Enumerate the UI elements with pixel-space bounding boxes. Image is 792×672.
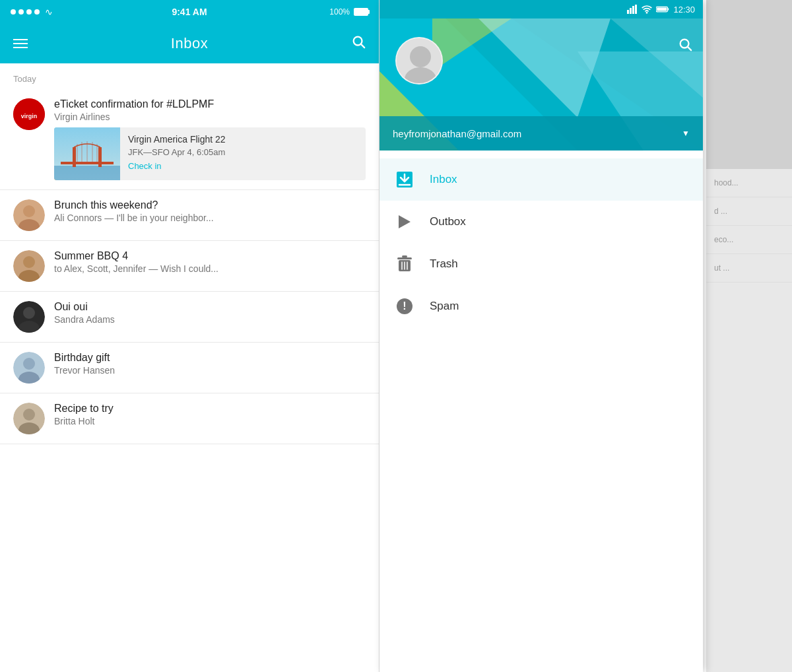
email-item-birthday[interactable]: Birthday gift Trevor Hansen [0, 343, 379, 393]
nav-label-spam: Spam [430, 300, 459, 313]
drawer-avatar [395, 37, 443, 84]
dot-2 [18, 9, 24, 15]
svg-line-1 [361, 44, 364, 48]
trash-icon [395, 255, 414, 273]
android-status-bar: 12:30 [380, 0, 703, 18]
svg-rect-30 [630, 8, 632, 14]
hamburger-line-2 [13, 43, 28, 44]
svg-text:!: ! [403, 300, 406, 312]
email-item-ali[interactable]: Brunch this weekend? Ali Connors — I'll … [0, 190, 379, 241]
battery-icon [354, 8, 368, 16]
email-item-virgin[interactable]: virgin eTicket confirmation for #LDLPMF … [0, 89, 379, 190]
flight-card[interactable]: Virgin America Flight 22 JFK—SFO Apr 4, … [54, 127, 366, 180]
email-sender-recipe: Britta Holt [54, 416, 366, 426]
svg-rect-5 [54, 166, 120, 180]
flight-details: Virgin America Flight 22 JFK—SFO Apr 4, … [120, 127, 366, 180]
svg-rect-36 [657, 8, 667, 11]
email-content-virgin: eTicket confirmation for #LDLPMF Virgin … [54, 98, 366, 180]
drawer-email-address: heyfromjonathan@gmail.com [393, 128, 521, 139]
email-subject-oui: Oui oui [54, 301, 366, 313]
android-panel: hood... d ... eco... ut ... [380, 0, 792, 672]
avatar-ali [13, 199, 45, 231]
avatar-bbq [13, 250, 45, 282]
wifi-icon: ∿ [45, 7, 53, 17]
trash-icon-svg [397, 255, 412, 273]
email-sender-ali: Ali Connors — I'll be in your neighbor..… [54, 213, 366, 223]
signal-icon [627, 5, 638, 14]
email-sender-virgin: Virgin Airlines [54, 112, 366, 122]
email-item-recipe[interactable]: Recipe to try Britta Holt [0, 393, 379, 444]
inbox-title: Inbox [171, 35, 208, 52]
svg-point-33 [646, 12, 648, 14]
email-list: virgin eTicket confirmation for #LDLPMF … [0, 89, 379, 672]
svg-point-15 [23, 205, 35, 217]
email-subject-birthday: Birthday gift [54, 352, 366, 364]
android-right-status: 12:30 [627, 5, 695, 15]
hamburger-line-1 [13, 39, 28, 40]
email-item-bbq[interactable]: Summer BBQ 4 to Alex, Scott, Jennifer — … [0, 241, 379, 292]
svg-point-46 [410, 46, 431, 67]
svg-rect-29 [627, 10, 629, 14]
search-icon[interactable] [351, 34, 366, 53]
nav-label-trash: Trash [430, 257, 458, 271]
peek-item-1: hood... [706, 169, 792, 197]
email-subject-bbq: Summer BBQ 4 [54, 250, 366, 262]
ios-status-bar: ∿ 9:41 AM 100% [0, 0, 379, 24]
avatar-recipe [13, 403, 45, 434]
check-in-link[interactable]: Check in [128, 161, 358, 171]
nav-drawer: 12:30 [380, 0, 703, 672]
svg-rect-35 [668, 8, 669, 10]
svg-point-24 [23, 358, 35, 370]
nav-item-trash[interactable]: Trash [380, 243, 703, 285]
drawer-header: heyfromjonathan@gmail.com ▼ [380, 18, 703, 151]
outbox-icon [395, 213, 414, 231]
outbox-icon-svg [397, 214, 412, 230]
svg-line-49 [688, 47, 691, 50]
svg-rect-8 [61, 162, 114, 164]
svg-rect-31 [632, 6, 634, 14]
svg-point-27 [23, 409, 35, 420]
email-content-birthday: Birthday gift Trevor Hansen [54, 352, 366, 381]
flight-title: Virgin America Flight 22 [128, 134, 358, 145]
background-peek: hood... d ... eco... ut ... [706, 0, 792, 672]
today-label: Today [0, 63, 379, 89]
battery-fill [355, 9, 367, 15]
signal-dots: ∿ [11, 7, 53, 17]
dot-4 [34, 9, 40, 15]
flight-subtitle: JFK—SFO Apr 4, 6:05am [128, 147, 358, 157]
battery-icon [656, 5, 669, 13]
ios-right-status: 100% [329, 7, 368, 17]
email-item-oui[interactable]: Oui oui Sandra Adams [0, 292, 379, 343]
nav-item-inbox[interactable]: Inbox [380, 158, 703, 201]
svg-marker-53 [399, 215, 411, 228]
avatar-birthday [13, 352, 45, 384]
email-sender-bbq: to Alex, Scott, Jennifer — Wish I could.… [54, 263, 366, 274]
wifi-icon [642, 5, 652, 14]
flight-image [54, 127, 120, 180]
android-search-icon[interactable] [678, 37, 692, 55]
battery-percent: 100% [329, 7, 350, 17]
avatar-oui [13, 301, 45, 333]
inbox-icon [395, 170, 414, 189]
email-subject-ali: Brunch this weekend? [54, 199, 366, 211]
battery-body [354, 8, 368, 16]
nav-label-outbox: Outbox [430, 215, 466, 228]
dot-1 [11, 9, 16, 15]
hamburger-icon[interactable] [13, 39, 28, 48]
email-content-oui: Oui oui Sandra Adams [54, 301, 366, 330]
spam-icon-svg: ! [396, 298, 413, 315]
email-subject-virgin: eTicket confirmation for #LDLPMF [54, 98, 366, 110]
nav-item-outbox[interactable]: Outbox [380, 201, 703, 243]
avatar-virgin: virgin [13, 98, 45, 130]
nav-item-spam[interactable]: ! Spam [380, 285, 703, 327]
ios-app-bar: Inbox [0, 24, 379, 63]
svg-rect-55 [402, 255, 407, 257]
drawer-email-row: heyfromjonathan@gmail.com ▼ [380, 116, 703, 151]
hamburger-line-3 [13, 47, 28, 48]
nav-label-inbox: Inbox [430, 173, 457, 186]
svg-text:virgin: virgin [21, 113, 38, 119]
email-sender-birthday: Trevor Hansen [54, 365, 366, 376]
nav-items: Inbox Outbox [380, 151, 703, 335]
peek-item-3: eco... [706, 226, 792, 254]
dropdown-arrow-icon[interactable]: ▼ [682, 129, 690, 138]
